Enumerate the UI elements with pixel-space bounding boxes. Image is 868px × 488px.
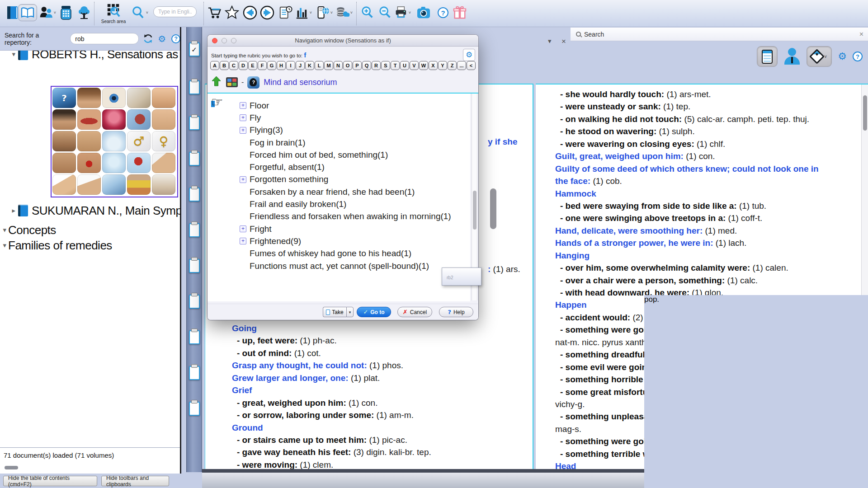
take-button[interactable]: Take xyxy=(323,307,346,317)
chapters-icon[interactable] xyxy=(226,77,238,87)
letter-button-Q[interactable]: Q xyxy=(362,61,371,70)
search-area-icon[interactable] xyxy=(105,2,122,19)
mind-tile[interactable]: ? xyxy=(52,88,76,108)
torso-tile[interactable] xyxy=(52,153,76,173)
sidebar-item-sukumaran[interactable]: ▸ SUKUMARAN N., Main Sympto xyxy=(0,202,181,219)
clipboard-3[interactable] xyxy=(189,116,200,130)
chest-tile[interactable] xyxy=(52,131,76,151)
families-tree-icon[interactable] xyxy=(75,4,93,21)
head-tile[interactable] xyxy=(77,88,101,108)
gear-icon[interactable]: ⚙ xyxy=(838,52,847,61)
letter-button-G[interactable]: G xyxy=(267,61,276,70)
help-icon[interactable]: ? xyxy=(853,52,863,61)
male-tile[interactable]: ♂ xyxy=(127,131,151,151)
cart-icon[interactable] xyxy=(206,4,223,21)
remedies-jar-icon[interactable] xyxy=(57,4,75,21)
close-icon[interactable]: × xyxy=(859,30,863,38)
rubric-row[interactable]: +Forgetful, absent(1) xyxy=(240,161,470,173)
nose-tile[interactable] xyxy=(152,88,175,108)
repertory-search-input[interactable] xyxy=(70,33,139,44)
rubric-row[interactable]: +Floor xyxy=(240,99,470,112)
pane-collapse-icon[interactable]: ▾ xyxy=(548,37,552,45)
take-options-button[interactable]: ▾ xyxy=(346,307,354,317)
clipboard-1-check[interactable] xyxy=(189,42,200,56)
patient-button[interactable] xyxy=(783,46,801,67)
open-book-icon[interactable] xyxy=(18,4,37,21)
abdomen-tile[interactable] xyxy=(152,109,175,130)
remedies-view-button[interactable] xyxy=(757,46,778,67)
letter-button-E[interactable]: E xyxy=(248,61,257,70)
forward-icon[interactable] xyxy=(259,4,276,21)
heart-tile[interactable] xyxy=(127,153,151,173)
letter-button-F[interactable]: F xyxy=(258,61,267,70)
dialog-help-button[interactable]: ?Help xyxy=(439,307,473,317)
letter-button-I[interactable]: I xyxy=(286,61,295,70)
caret-down-icon[interactable]: ▾ xyxy=(1,241,8,249)
rubric-row[interactable]: +Fog in brain(1) xyxy=(240,136,470,149)
expand-plus-icon[interactable]: + xyxy=(240,114,246,121)
caret-down-icon[interactable]: ▾ xyxy=(1,226,8,234)
rubric-row[interactable]: +Frail and easily broken(1) xyxy=(240,198,470,210)
stomach-tile[interactable] xyxy=(127,109,151,130)
skin-tile[interactable] xyxy=(127,174,151,195)
rubric-row[interactable]: +Fly xyxy=(240,112,470,124)
caret-right-icon[interactable]: ▸ xyxy=(10,206,17,215)
caret-down-icon[interactable]: ▾ xyxy=(10,50,17,58)
clipboard-2[interactable] xyxy=(189,80,200,94)
letter-button-D[interactable]: D xyxy=(239,61,248,70)
star-icon[interactable] xyxy=(223,4,241,21)
clipboard-6[interactable] xyxy=(189,223,200,237)
dialog-settings-button[interactable]: ⚙ xyxy=(463,49,475,61)
bladder-tile[interactable] xyxy=(102,131,126,151)
snapshot-camera-icon[interactable] xyxy=(415,4,432,21)
letter-button-U[interactable]: U xyxy=(400,61,409,70)
letter-button-V[interactable]: V xyxy=(410,61,419,70)
clipboard-7[interactable] xyxy=(189,259,200,273)
letter-button-W[interactable]: W xyxy=(419,61,428,70)
cancel-button[interactable]: ✗Cancel xyxy=(397,307,432,317)
clipboard-4[interactable] xyxy=(189,152,200,166)
hide-toolbars-button[interactable]: Hide toolbars and clipboards xyxy=(101,476,169,486)
expand-plus-icon[interactable]: + xyxy=(240,102,246,109)
vertical-scrollbar-thumb[interactable] xyxy=(863,95,867,131)
sidebar-item-families[interactable]: ▾ Families of remedies xyxy=(0,238,181,253)
breadcrumb-chapter-link[interactable]: Mind and sensorium xyxy=(264,78,337,87)
chill-tile[interactable] xyxy=(102,174,126,195)
letter-button-X[interactable]: X xyxy=(429,61,438,70)
expand-plus-icon[interactable]: + xyxy=(240,225,246,232)
quick-search-input[interactable] xyxy=(153,6,197,17)
lungs-tile[interactable] xyxy=(102,153,126,173)
zoom-window-button[interactable] xyxy=(231,38,236,43)
throat-tile[interactable] xyxy=(77,153,101,173)
expand-plus-icon[interactable]: + xyxy=(240,238,246,244)
letter-button-<[interactable]: < xyxy=(467,61,476,70)
sidebar-item-concepts[interactable]: ▾ Concepts xyxy=(0,222,181,238)
goto-button[interactable]: ✓Go to xyxy=(357,307,391,317)
letter-button-T[interactable]: T xyxy=(391,61,400,70)
letter-button-R[interactable]: R xyxy=(372,61,381,70)
expand-plus-icon[interactable]: + xyxy=(240,127,246,134)
minimize-window-button[interactable] xyxy=(222,38,227,43)
larynx-tile[interactable] xyxy=(102,109,126,130)
session-notes-icon[interactable] xyxy=(277,4,294,21)
foot-tile[interactable] xyxy=(77,174,101,195)
letter-button-Y[interactable]: Y xyxy=(438,61,447,70)
arm-tile[interactable] xyxy=(52,174,76,195)
female-tile[interactable]: ♀ xyxy=(152,131,175,151)
vertical-scrollbar-thumb[interactable] xyxy=(490,188,496,229)
go-up-icon[interactable] xyxy=(212,76,221,88)
close-window-button[interactable] xyxy=(212,38,217,43)
letter-button-A[interactable]: A xyxy=(210,61,219,70)
letter-button-H[interactable]: H xyxy=(277,61,286,70)
face-tile[interactable] xyxy=(52,109,76,130)
clipboard-10[interactable] xyxy=(189,366,200,380)
gear-icon[interactable]: ⚙ xyxy=(157,34,167,44)
remote-device-icon[interactable]: ˅ xyxy=(316,4,333,21)
dialog-titlebar[interactable]: Navigation window (Sensations as if) xyxy=(208,35,478,47)
rectum-tile[interactable] xyxy=(77,131,101,151)
letter-button-...[interactable]: ... xyxy=(457,61,466,70)
help-icon[interactable]: ? xyxy=(434,4,452,21)
letter-button-Z[interactable]: Z xyxy=(448,61,457,70)
clipboard-11[interactable] xyxy=(189,402,200,416)
horizontal-scrollbar-thumb[interactable] xyxy=(5,466,18,469)
